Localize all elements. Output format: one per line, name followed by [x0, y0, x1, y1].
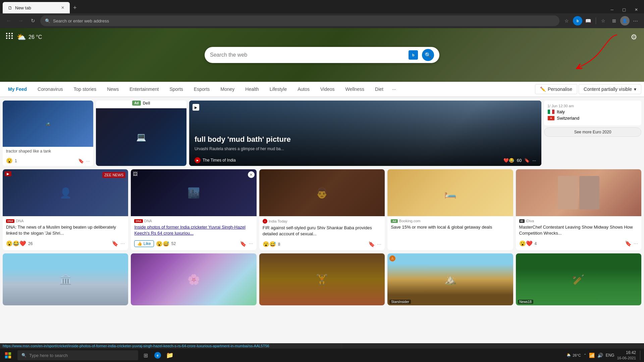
- video-bookmark-icon[interactable]: 🔖: [524, 158, 530, 163]
- clock-display[interactable]: 16:42 16-06-2021: [617, 350, 636, 360]
- tab-wellness[interactable]: Wellness: [340, 82, 370, 97]
- video-reaction-emojis: ❤️😂: [503, 158, 514, 163]
- article-source-5: iD iDiva: [519, 219, 638, 223]
- bottom-card-4-source: StarsInsider: [389, 300, 411, 304]
- more-btn-2[interactable]: ···: [249, 241, 253, 247]
- svg-rect-0: [5, 352, 8, 355]
- language-indicator[interactable]: ENG: [606, 353, 614, 358]
- like-button-2[interactable]: 👍 Like: [134, 240, 154, 247]
- bookmark-btn-1[interactable]: 🔖: [112, 240, 118, 247]
- tab-favicon: 🗋: [8, 5, 12, 10]
- ad-card-dell[interactable]: Ad Dell 💻: [96, 101, 186, 166]
- task-view-button[interactable]: ⊞: [140, 349, 152, 361]
- weather-widget: ⛅ 26 °C: [17, 33, 42, 42]
- more-button[interactable]: ···: [631, 17, 640, 24]
- grid-menu-icon[interactable]: [6, 33, 13, 39]
- bookmark-icon[interactable]: 🔖: [78, 158, 84, 164]
- favorites-icon[interactable]: ☆: [562, 16, 572, 25]
- tab-topstories[interactable]: Top stories: [68, 82, 102, 97]
- more-btn-3[interactable]: ···: [377, 241, 381, 247]
- ad-badge: Ad: [132, 101, 141, 106]
- reaction-emoji-3: 😮😅: [263, 241, 276, 247]
- active-tab[interactable]: 🗋 New tab ✕: [3, 2, 70, 13]
- article-card-1[interactable]: ZEE NEWS ▶ 👤 DNA DNA DNA: The news of a …: [3, 169, 128, 250]
- close-button[interactable]: ✕: [631, 7, 641, 12]
- article-card-truncated[interactable]: 🚜 tractor shaped like a tank 😮 1 🔖 ···: [3, 101, 93, 166]
- tab-close-icon[interactable]: ✕: [61, 5, 64, 10]
- taskbar-search-box[interactable]: 🔍 Type here to search: [17, 350, 138, 360]
- play-button-icon[interactable]: ▶: [193, 104, 199, 111]
- bing-icon[interactable]: b: [409, 50, 418, 60]
- content-partial-button[interactable]: Content partially visible ▾: [579, 84, 641, 94]
- system-tray-expand[interactable]: ⌃: [584, 353, 586, 357]
- file-explorer-taskbar-icon[interactable]: 📁: [164, 349, 176, 361]
- close-card-btn[interactable]: ✕: [248, 171, 255, 178]
- tab-diet[interactable]: Diet: [370, 82, 389, 97]
- taskbar-weather-icon: 🌦️: [566, 353, 571, 358]
- bottom-cards-row: 🏛️ 🌸 🏋️ 🏔️ ⚠ StarsInsider 🏏 News18: [3, 253, 641, 305]
- edge-browser-taskbar-icon[interactable]: e: [152, 349, 164, 361]
- bottom-card-1[interactable]: 🏛️: [3, 253, 128, 305]
- tab-esports[interactable]: Esports: [189, 82, 215, 97]
- video-source-label: The Times of India: [203, 158, 236, 163]
- maximize-button[interactable]: ▢: [619, 7, 629, 12]
- tab-money[interactable]: Money: [215, 82, 240, 97]
- bookmark-btn-2[interactable]: 🔖: [240, 241, 247, 247]
- tab-entertainment[interactable]: Entertainment: [124, 82, 164, 97]
- avatar-icon[interactable]: 👤: [620, 16, 630, 25]
- no-img-icon-2: 🖼: [133, 171, 138, 177]
- tab-sports[interactable]: Sports: [164, 82, 188, 97]
- article-card-5[interactable]: iD iDiva MasterChef Contestant Leaving S…: [516, 169, 641, 250]
- video-subtitle-text: Urvashi Rautela shares a glimpse of her …: [195, 146, 536, 151]
- more-btn-5[interactable]: ···: [634, 241, 638, 247]
- weather-taskbar-widget[interactable]: 🌦️ 26°C: [566, 353, 581, 358]
- volume-icon[interactable]: 🔊: [597, 353, 603, 358]
- tab-videos[interactable]: Videos: [315, 82, 340, 97]
- video-more-icon[interactable]: ···: [532, 158, 536, 163]
- tab-myfeed[interactable]: My Feed: [3, 82, 32, 97]
- featured-video-card[interactable]: ▶ full body 'mud bath' picture Urvashi R…: [189, 101, 541, 166]
- more-btn-1[interactable]: ···: [120, 241, 125, 247]
- bookmark-icon-browser[interactable]: ☆: [599, 16, 608, 25]
- web-search-input[interactable]: [210, 52, 405, 58]
- back-button[interactable]: ←: [4, 16, 13, 25]
- bing-button[interactable]: b: [573, 16, 582, 25]
- personalise-button[interactable]: ✏️ Personalise: [535, 84, 577, 94]
- reading-view-icon[interactable]: 📖: [584, 16, 593, 25]
- bottom-card-5[interactable]: 🏏 News18: [516, 253, 641, 305]
- tab-lifestyle[interactable]: Lifestyle: [264, 82, 292, 97]
- see-more-euro-button[interactable]: See more Euro 2020: [544, 127, 641, 137]
- tab-health[interactable]: Health: [240, 82, 264, 97]
- article-card-4-ad[interactable]: 🛏️ Ad Booking.com Save 15% or more with …: [387, 169, 513, 250]
- web-search-container: b 🔍: [205, 47, 439, 63]
- reaction-emoji-5: 😮❤️: [519, 240, 533, 247]
- more-options-icon[interactable]: ···: [86, 158, 90, 164]
- bottom-card-4[interactable]: 🏔️ ⚠ StarsInsider: [387, 253, 513, 305]
- minimize-button[interactable]: ─: [607, 7, 617, 12]
- start-button[interactable]: [0, 349, 16, 362]
- settings-gear-button[interactable]: ⚙: [631, 33, 637, 42]
- collections-icon[interactable]: ⊞: [609, 16, 619, 25]
- show-desktop-button[interactable]: [640, 351, 641, 360]
- refresh-button[interactable]: ↻: [28, 16, 38, 25]
- web-search-bar[interactable]: b 🔍: [205, 47, 439, 63]
- euro-score-card-italy[interactable]: 1/ Jun 12:30 am Italy + Switzerland: [544, 101, 641, 125]
- article-card-2[interactable]: 🏙️ ✕ 🖼 DNA DNA Inside photos of former I…: [131, 169, 256, 250]
- bottom-card-2[interactable]: 🌸: [131, 253, 256, 305]
- search-submit-button[interactable]: 🔍: [422, 49, 434, 61]
- new-tab-button[interactable]: +: [70, 4, 80, 13]
- bookmark-btn-5[interactable]: 🔖: [625, 240, 632, 247]
- article-card-3[interactable]: 👨 i India Today FIR against self-styled …: [259, 169, 385, 250]
- address-bar[interactable]: 🔍 Search or enter web address: [40, 15, 559, 26]
- card-truncated-title: tractor shaped like a tank: [6, 149, 90, 154]
- forward-button[interactable]: →: [16, 16, 25, 25]
- card-img-area: 🚜: [3, 101, 93, 147]
- bookmark-btn-3[interactable]: 🔖: [368, 241, 375, 247]
- tabs-more-button[interactable]: ···: [389, 82, 399, 97]
- bottom-card-3[interactable]: 🏋️: [259, 253, 385, 305]
- wifi-icon[interactable]: 📶: [589, 353, 595, 358]
- tab-news[interactable]: News: [102, 82, 124, 97]
- tab-autos[interactable]: Autos: [292, 82, 315, 97]
- taskbar: 🔍 Type here to search ⊞ e 📁 🌦️ 26°C ⌃ 📶 …: [0, 349, 644, 362]
- tab-coronavirus[interactable]: Coronavirus: [32, 82, 68, 97]
